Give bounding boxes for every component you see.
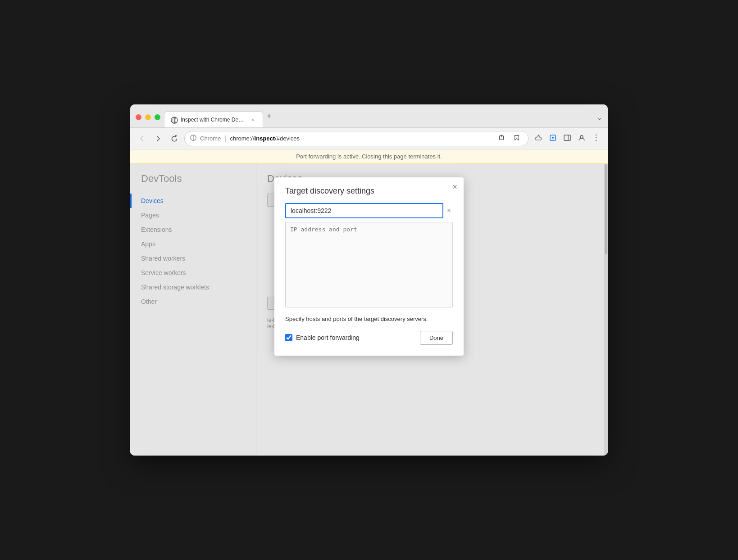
browser-window: Inspect with Chrome Develope × + ⌄ Chrom… — [130, 104, 608, 456]
title-bar: Inspect with Chrome Develope × + ⌄ — [130, 104, 608, 128]
host-port-input[interactable] — [285, 203, 443, 218]
bookmark-button[interactable] — [511, 132, 523, 145]
devtools-button[interactable] — [547, 131, 559, 145]
tab-overflow-button[interactable]: ⌄ — [597, 114, 602, 127]
back-button[interactable] — [136, 132, 148, 145]
nav-icons — [532, 131, 602, 145]
svg-rect-9 — [564, 135, 570, 140]
extensions-button[interactable] — [532, 131, 545, 145]
done-button[interactable]: Done — [420, 331, 453, 345]
checkbox-label-text: Enable port forwarding — [296, 334, 360, 341]
window-controls — [136, 114, 160, 127]
info-banner: Port forwarding is active. Closing this … — [130, 149, 608, 164]
address-separator: | — [224, 135, 226, 143]
refresh-button[interactable] — [168, 132, 181, 145]
address-url[interactable]: chrome://inspect/#devices — [230, 135, 492, 142]
svg-point-12 — [596, 135, 597, 135]
modal-description: Specify hosts and ports of the target di… — [285, 315, 453, 324]
port-forwarding-checkbox-label[interactable]: Enable port forwarding — [285, 334, 415, 341]
modal-dialog: × Target discovery settings × Specify ho… — [274, 177, 464, 356]
additional-hosts-textarea[interactable] — [285, 222, 453, 307]
share-button[interactable] — [496, 132, 507, 145]
svg-point-8 — [552, 137, 554, 139]
tab-close-button[interactable]: × — [249, 116, 256, 123]
close-window-button[interactable] — [136, 114, 141, 120]
address-chrome-label: Chrome — [200, 135, 221, 142]
modal-title: Target discovery settings — [285, 186, 453, 196]
forward-button[interactable] — [152, 132, 164, 145]
banner-text: Port forwarding is active. Closing this … — [296, 153, 442, 160]
main-area: DevTools Devices Pages Extensions Apps S… — [130, 164, 608, 456]
svg-point-14 — [596, 140, 597, 141]
address-favicon — [190, 135, 196, 142]
menu-button[interactable] — [590, 131, 602, 145]
svg-point-13 — [596, 137, 597, 138]
minimize-window-button[interactable] — [145, 114, 151, 120]
modal-overlay: × Target discovery settings × Specify ho… — [130, 164, 608, 456]
sidebar-toggle-button[interactable] — [561, 131, 574, 145]
svg-point-11 — [580, 135, 583, 138]
svg-marker-6 — [515, 135, 519, 140]
tabs-container: Inspect with Chrome Develope × + ⌄ — [164, 108, 602, 127]
tab-title: Inspect with Chrome Develope — [181, 117, 246, 123]
modal-close-button[interactable]: × — [452, 183, 457, 191]
maximize-window-button[interactable] — [155, 114, 160, 120]
port-forwarding-checkbox[interactable] — [285, 334, 292, 341]
profile-button[interactable] — [575, 131, 588, 145]
modal-input-row: × — [285, 203, 453, 218]
active-tab[interactable]: Inspect with Chrome Develope × — [164, 111, 263, 127]
address-bar[interactable]: Chrome | chrome://inspect/#devices — [184, 131, 528, 146]
modal-footer: Enable port forwarding Done — [285, 331, 453, 345]
nav-bar: Chrome | chrome://inspect/#devices — [130, 128, 608, 149]
tab-favicon — [171, 117, 177, 123]
new-tab-button[interactable]: + — [263, 108, 275, 127]
input-clear-button[interactable]: × — [445, 205, 453, 217]
